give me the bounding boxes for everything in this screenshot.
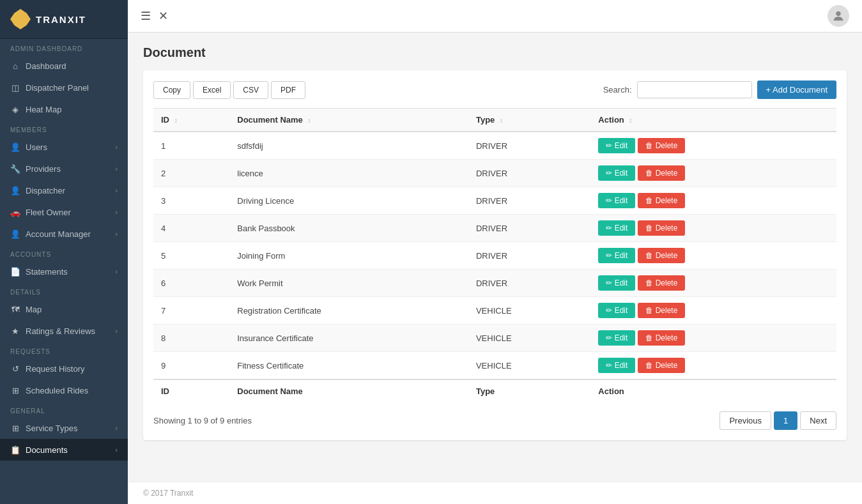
col-id[interactable]: ID ↕ — [153, 109, 229, 132]
sidebar-section-admin-dashboard: ADMIN DASHBOARD — [0, 39, 128, 55]
cell-action-8: ✏ Edit🗑 Delete — [590, 325, 836, 352]
sidebar-logo: TRANXIT — [0, 0, 128, 39]
edit-button-7[interactable]: ✏ Edit — [598, 303, 635, 318]
showing-text: Showing 1 to 9 of 9 entries — [153, 416, 252, 425]
search-label: Search: — [603, 85, 632, 95]
chevron-icon-providers: › — [115, 165, 118, 172]
edit-button-9[interactable]: ✏ Edit — [598, 358, 635, 373]
edit-button-4[interactable]: ✏ Edit — [598, 220, 635, 236]
chevron-icon-service-types: › — [115, 424, 118, 432]
sidebar-item-label-statements: Statements — [26, 267, 68, 277]
cell-id-6: 6 — [153, 270, 229, 297]
edit-button-1[interactable]: ✏ Edit — [598, 138, 635, 153]
sidebar-item-label-request-history: Request History — [26, 364, 84, 374]
add-document-button[interactable]: + Add Document — [757, 80, 836, 99]
cell-type-9: VEHICLE — [468, 352, 590, 380]
cell-document_name-3: Driving Licence — [229, 187, 468, 215]
previous-button[interactable]: Previous — [720, 411, 771, 430]
page-1-button[interactable]: 1 — [774, 411, 797, 430]
cell-type-5: DRIVER — [468, 242, 590, 270]
sidebar-item-service-types[interactable]: ⊞Service Types› — [0, 417, 128, 439]
topbar-left: ☰ ✕ — [141, 9, 168, 23]
sidebar-item-providers[interactable]: 🔧Providers› — [0, 158, 128, 179]
avatar[interactable] — [827, 5, 849, 27]
cell-type-8: VEHICLE — [468, 325, 590, 352]
close-icon[interactable]: ✕ — [158, 9, 168, 23]
col-document_name[interactable]: Document Name ↕ — [229, 109, 468, 132]
delete-button-1[interactable]: 🗑 Delete — [638, 138, 685, 153]
cell-document_name-2: licence — [229, 160, 468, 187]
footer-col-document_name: Document Name — [229, 379, 468, 402]
sidebar-item-label-account-manager: Account Manager — [26, 229, 91, 239]
toolbar-right: Search: + Add Document — [603, 80, 836, 99]
sidebar-item-statements[interactable]: 📄Statements› — [0, 261, 128, 282]
sidebar-item-dashboard[interactable]: ⌂Dashboard — [0, 55, 128, 77]
sidebar-item-scheduled-rides[interactable]: ⊞Scheduled Rides — [0, 379, 128, 401]
cell-action-5: ✏ Edit🗑 Delete — [590, 242, 836, 270]
cell-id-9: 9 — [153, 352, 229, 380]
sidebar-item-map[interactable]: 🗺Map — [0, 298, 128, 320]
sidebar: TRANXIT ADMIN DASHBOARD⌂Dashboard◫Dispat… — [0, 0, 128, 504]
cell-action-3: ✏ Edit🗑 Delete — [590, 187, 836, 215]
cell-type-1: DRIVER — [468, 132, 590, 160]
pdf-button[interactable]: PDF — [271, 81, 305, 99]
sidebar-item-dispatcher-panel[interactable]: ◫Dispatcher Panel — [0, 77, 128, 98]
delete-button-7[interactable]: 🗑 Delete — [638, 303, 685, 318]
sidebar-item-account-manager[interactable]: 👤Account Manager› — [0, 223, 128, 245]
sidebar-item-heat-map[interactable]: ◈Heat Map — [0, 98, 128, 120]
sidebar-item-label-map: Map — [26, 305, 42, 314]
col-action: Action ↕ — [590, 109, 836, 132]
excel-button[interactable]: Excel — [193, 81, 231, 99]
delete-button-9[interactable]: 🗑 Delete — [638, 358, 685, 373]
cell-document_name-7: Registration Certificate — [229, 297, 468, 325]
sidebar-item-documents[interactable]: 📋Documents› — [0, 439, 128, 461]
sidebar-item-label-dispatcher-panel: Dispatcher Panel — [26, 83, 89, 93]
edit-button-5[interactable]: ✏ Edit — [598, 248, 635, 263]
cell-action-6: ✏ Edit🗑 Delete — [590, 270, 836, 297]
col-type[interactable]: Type ↕ — [468, 109, 590, 132]
delete-button-4[interactable]: 🗑 Delete — [638, 220, 685, 236]
cell-id-7: 7 — [153, 297, 229, 325]
logo-icon — [10, 9, 31, 29]
edit-button-3[interactable]: ✏ Edit — [598, 193, 635, 208]
cell-id-3: 3 — [153, 187, 229, 215]
scheduled-rides-icon: ⊞ — [10, 385, 20, 395]
sidebar-item-label-heat-map: Heat Map — [26, 105, 61, 114]
next-button[interactable]: Next — [800, 411, 836, 430]
delete-button-6[interactable]: 🗑 Delete — [638, 275, 685, 291]
sidebar-section-details: DETAILS — [0, 282, 128, 298]
topbar: ☰ ✕ — [128, 0, 862, 33]
sidebar-section-general: GENERAL — [0, 401, 128, 417]
document-card: CopyExcelCSVPDF Search: + Add Document I… — [143, 70, 847, 440]
menu-icon[interactable]: ☰ — [141, 9, 151, 23]
edit-button-8[interactable]: ✏ Edit — [598, 330, 635, 346]
sidebar-item-users[interactable]: 👤Users› — [0, 136, 128, 158]
copy-button[interactable]: Copy — [153, 81, 190, 99]
cell-id-8: 8 — [153, 325, 229, 352]
sidebar-item-label-scheduled-rides: Scheduled Rides — [26, 386, 88, 395]
footer-col-id: ID — [153, 379, 229, 402]
csv-button[interactable]: CSV — [233, 81, 268, 99]
cell-document_name-8: Insurance Certificate — [229, 325, 468, 352]
table-row: 7Registration CertificateVEHICLE✏ Edit🗑 … — [153, 297, 836, 325]
sidebar-item-dispatcher[interactable]: 👤Dispatcher› — [0, 179, 128, 201]
sidebar-item-fleet-owner[interactable]: 🚗Fleet Owner› — [0, 201, 128, 223]
cell-type-3: DRIVER — [468, 187, 590, 215]
edit-button-2[interactable]: ✏ Edit — [598, 165, 635, 181]
sidebar-section-accounts: ACCOUNTS — [0, 245, 128, 261]
delete-button-2[interactable]: 🗑 Delete — [638, 165, 685, 181]
sidebar-item-ratings-reviews[interactable]: ★Ratings & Reviews› — [0, 320, 128, 342]
edit-button-6[interactable]: ✏ Edit — [598, 275, 635, 291]
search-input[interactable] — [637, 81, 752, 98]
delete-button-5[interactable]: 🗑 Delete — [638, 248, 685, 263]
page-title: Document — [143, 45, 847, 60]
sidebar-item-request-history[interactable]: ↺Request History — [0, 358, 128, 379]
cell-type-6: DRIVER — [468, 270, 590, 297]
sidebar-section-requests: REQUESTS — [0, 342, 128, 358]
cell-action-4: ✏ Edit🗑 Delete — [590, 215, 836, 242]
delete-button-3[interactable]: 🗑 Delete — [638, 193, 685, 208]
table-footer: Showing 1 to 9 of 9 entries Previous 1 N… — [153, 411, 836, 430]
delete-button-8[interactable]: 🗑 Delete — [638, 330, 685, 346]
chevron-icon-statements: › — [115, 268, 118, 275]
sidebar-item-label-documents: Documents — [26, 445, 68, 455]
